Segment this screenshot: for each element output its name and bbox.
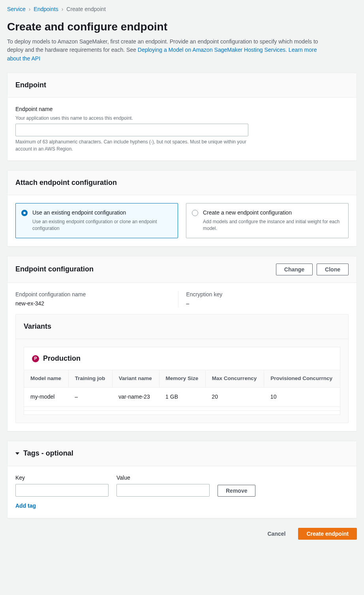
chevron-right-icon: › [62, 6, 64, 13]
footer-actions: Cancel Create endpoint [7, 528, 357, 540]
col-model-name: Model name [24, 370, 68, 387]
tag-key-input[interactable] [15, 484, 109, 497]
endpoint-config-title: Endpoint configuration [15, 264, 94, 274]
encryption-key-value: – [186, 300, 349, 308]
attach-config-title: Attach endpoint configuration [15, 178, 117, 188]
radio-selected-icon [21, 210, 28, 216]
col-provisioned-concurrency: Provisioned Concurrncy [264, 370, 340, 387]
option-create-new[interactable]: Create a new endpoint configuration Add … [186, 203, 349, 238]
chevron-right-icon: › [29, 6, 31, 13]
cancel-button[interactable]: Cancel [260, 528, 294, 540]
tags-title: Tags - optional [23, 448, 73, 458]
caret-down-icon [15, 452, 19, 455]
breadcrumb-endpoints[interactable]: Endpoints [34, 6, 58, 13]
attach-config-panel: Attach endpoint configuration Use an exi… [7, 170, 357, 247]
endpoint-panel-title: Endpoint [15, 80, 46, 90]
variants-header: Variants [16, 314, 348, 339]
production-badge-icon: P [32, 355, 39, 362]
create-endpoint-button[interactable]: Create endpoint [298, 528, 357, 540]
change-button[interactable]: Change [276, 264, 313, 275]
cell-job: – [68, 388, 112, 407]
breadcrumb-current: Create endpoint [66, 6, 106, 13]
page-description: To deploy models to Amazon SageMaker, fi… [7, 38, 331, 63]
breadcrumb-service[interactable]: Service [7, 6, 26, 13]
endpoint-name-constraint: Maximum of 63 alphanumeric characters. C… [15, 139, 248, 153]
endpoint-config-panel: Endpoint configuration Change Clone Endp… [7, 256, 357, 432]
option-existing-desc: Use an existing endpoint configuration o… [32, 218, 172, 232]
endpoint-config-header: Endpoint configuration Change Clone [8, 256, 356, 283]
cell-variant: var-name-23 [112, 388, 159, 407]
option-use-existing[interactable]: Use an existing endpoint configuration U… [15, 203, 178, 238]
endpoint-name-input[interactable] [15, 124, 248, 136]
page-title: Create and configure endpoint [7, 19, 357, 34]
col-max-concurrency: Max Concurrency [205, 370, 264, 387]
endpoint-name-label: Endpoint name [15, 105, 349, 113]
cell-mem: 1 GB [159, 388, 205, 407]
breadcrumb: Service › Endpoints › Create endpoint [7, 6, 357, 13]
config-name-label: Endpoint configuration name [15, 291, 178, 299]
cell-maxc: 20 [205, 388, 264, 407]
endpoint-panel: Endpoint Endpoint name Your application … [7, 73, 357, 161]
option-new-title: Create a new endpoint configuration [203, 209, 343, 217]
col-memory-size: Memory Size [159, 370, 205, 387]
production-variant-card: P Production Model name Training job Var… [24, 347, 340, 415]
col-variant-name: Variant name [112, 370, 159, 387]
config-name-value: new-ex-342 [15, 300, 178, 308]
tags-panel-header[interactable]: Tags - optional [8, 441, 356, 466]
col-training-job: Training job [68, 370, 112, 387]
add-tag-link[interactable]: Add tag [15, 503, 36, 509]
page-desc-sep: . [285, 47, 289, 53]
table-row-empty [24, 410, 340, 414]
encryption-key-label: Encryption key [186, 291, 349, 299]
tag-value-input[interactable] [116, 484, 210, 497]
clone-button[interactable]: Clone [317, 264, 349, 275]
cell-prov: 10 [264, 388, 340, 407]
option-new-desc: Add models and configure the instance an… [203, 218, 343, 232]
variants-table: Model name Training job Variant name Mem… [24, 370, 340, 414]
endpoint-name-hint: Your application uses this name to acces… [15, 115, 349, 122]
cell-model: my-model [24, 388, 68, 407]
table-row-empty [24, 407, 340, 410]
option-existing-title: Use an existing endpoint configuration [32, 209, 172, 217]
deploying-model-link[interactable]: Deploying a Model on Amazon SageMaker Ho… [138, 47, 285, 53]
attach-config-header: Attach endpoint configuration [8, 171, 356, 195]
variants-panel: Variants P Production Model name Trainin… [15, 314, 349, 423]
radio-unselected-icon [192, 210, 198, 216]
endpoint-panel-header: Endpoint [8, 73, 356, 98]
tag-value-label: Value [116, 474, 210, 482]
production-title: Production [43, 354, 81, 363]
table-row: my-model – var-name-23 1 GB 20 10 [24, 388, 340, 407]
variants-title: Variants [24, 322, 340, 331]
remove-tag-button[interactable]: Remove [218, 485, 255, 497]
tags-panel: Tags - optional Key Value Remove Add tag [7, 441, 357, 518]
tag-key-label: Key [15, 474, 109, 482]
